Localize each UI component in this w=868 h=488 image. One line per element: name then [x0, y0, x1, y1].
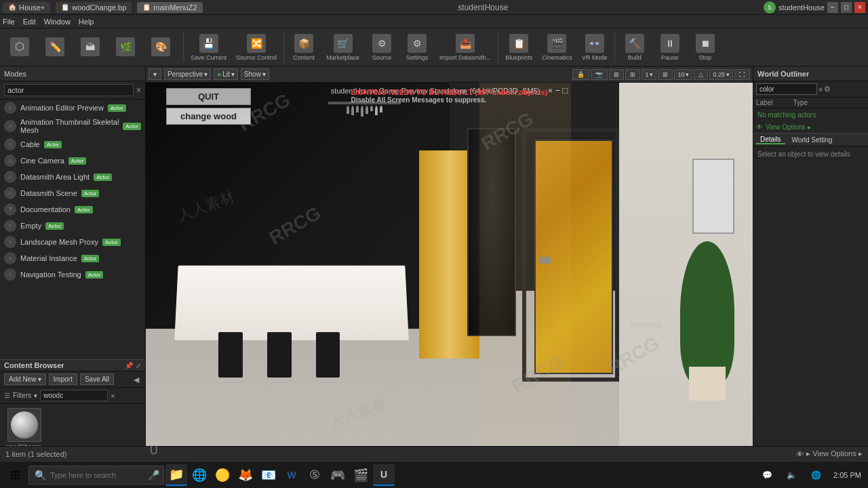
taskbar-word[interactable]: W	[281, 464, 302, 486]
col-label: Label	[756, 99, 772, 106]
taskbar-browser-ie[interactable]: 🌐	[189, 464, 210, 486]
lit-dropdown[interactable]: ● Lit ▾	[214, 68, 238, 80]
actor-item-6[interactable]: ? Documentation Actor	[0, 201, 145, 218]
vp-speed-dropdown[interactable]: 0.25 ▾	[709, 69, 733, 80]
actor-item-9[interactable]: ○ Material Instance Actor	[0, 250, 145, 266]
cb-search-clear[interactable]: ×	[111, 392, 115, 400]
taskbar-mail[interactable]: 📧	[258, 464, 279, 486]
mode-btn-3[interactable]: 🏔	[73, 36, 107, 59]
actor-item-10[interactable]: ○ Navigation Testing Actor	[0, 266, 145, 283]
actor-item-5[interactable]: ○ Datasmith Scene Actor	[0, 185, 145, 201]
blueprints-btn[interactable]: 📋 Blueprints	[501, 33, 536, 62]
preview-max-btn[interactable]: □	[562, 85, 568, 96]
mode-btn-1[interactable]: ⬡	[3, 36, 37, 59]
vp-fullscreen-btn[interactable]: ⛶	[734, 69, 750, 80]
actor-item-4[interactable]: ○ Datasmith Area Light Actor	[0, 169, 145, 185]
actor-item-0[interactable]: ○ Animation Editor Preview Actor	[0, 100, 145, 116]
view-options-status[interactable]: ▸ View Options ▸	[806, 449, 863, 458]
mic-icon[interactable]: 🎤	[148, 470, 159, 481]
cb-search-input[interactable]	[40, 390, 108, 401]
world-setting-tab[interactable]: World Setting	[788, 136, 837, 144]
preview-close-btn[interactable]: ×	[548, 85, 553, 96]
save-all-button[interactable]: Save All	[80, 373, 114, 385]
mode-btn-4[interactable]: 🌿	[108, 36, 142, 59]
cb-collapse[interactable]: ◄	[132, 374, 141, 385]
menu-edit[interactable]: Edit	[23, 18, 36, 26]
start-button[interactable]: ⊞	[3, 463, 27, 487]
content-btn[interactable]: 📦 Content	[287, 33, 321, 62]
taskbar-sketchup[interactable]: Ⓢ	[304, 464, 326, 486]
vp-num-dropdown[interactable]: 1 ▾	[642, 69, 656, 80]
actor-search-clear[interactable]: ×	[136, 85, 141, 95]
menu-file[interactable]: File	[3, 18, 15, 26]
cinematics-btn[interactable]: 🎬 Cinematics	[538, 33, 576, 62]
mode-btn-2[interactable]: ✏️	[38, 36, 72, 59]
taskbar-notification-icon[interactable]: 💬	[756, 464, 778, 486]
content-browser-pin[interactable]: 📌	[125, 362, 133, 369]
taskbar-network-icon[interactable]: 🌐	[805, 464, 827, 486]
outliner-view-options[interactable]: 👁 View Options ▸	[753, 121, 868, 133]
show-dropdown[interactable]: Show ▾	[241, 68, 269, 80]
maximize-button[interactable]: □	[841, 2, 852, 13]
mode-btn-5[interactable]: 🎨	[144, 36, 178, 59]
vp-angle-btn[interactable]: △	[694, 69, 708, 80]
vp-cam-btn[interactable]: 📷	[591, 69, 608, 80]
tab-mainmenu[interactable]: 📋 mainMenuZ2	[137, 2, 202, 13]
vp-grid-val-dropdown[interactable]: 10 ▾	[674, 69, 692, 80]
taskbar-game1[interactable]: 🎮	[327, 464, 349, 486]
content-browser-expand[interactable]: ⤢	[136, 362, 141, 369]
actor-item-2[interactable]: ○ Cable Actor	[0, 136, 145, 152]
vp-grid-size-btn[interactable]: ⊞	[658, 69, 673, 80]
source-control-btn[interactable]: 🔀 Source Control	[232, 33, 281, 62]
perspective-dropdown[interactable]: Perspective ▾	[164, 68, 211, 80]
minimize-button[interactable]: −	[827, 2, 838, 13]
actor-item-8[interactable]: ○ Landscape Mesh Proxy Actor	[0, 234, 145, 250]
outliner-search-input[interactable]	[756, 83, 817, 95]
taskbar-volume-icon[interactable]: 🔈	[781, 464, 802, 486]
marketplace-btn[interactable]: 🛒 Marketplace	[322, 33, 363, 62]
outliner-settings-btn[interactable]: ⚙	[824, 85, 831, 94]
taskbar-unreal[interactable]: U	[373, 464, 395, 486]
outliner-search-clear[interactable]: ×	[818, 85, 823, 94]
source-btn[interactable]: ⚙ Source	[365, 33, 399, 62]
taskbar-search-bar[interactable]: 🔍 🎤	[28, 466, 164, 485]
taskbar-browser-chrome[interactable]: 🟡	[212, 464, 233, 486]
taskbar-search-input[interactable]	[50, 471, 144, 479]
actor-item-1[interactable]: ○ Animation Thumbnail Skeletal Mesh Acto…	[0, 116, 145, 136]
ue-logo: U	[150, 445, 158, 456]
preview-min-btn[interactable]: −	[555, 85, 560, 96]
quit-button[interactable]: QUIT	[166, 88, 251, 105]
actor-item-3[interactable]: ○ Cine Camera Actor	[0, 152, 145, 169]
build-btn[interactable]: 🔨 Build	[618, 33, 652, 62]
viewport-options-btn[interactable]: ▾	[149, 68, 161, 80]
tab-house[interactable]: 🏠 House+	[3, 2, 50, 13]
vp-grid-btn[interactable]: ⊞	[625, 69, 640, 80]
vr-mode-btn[interactable]: 👓 VR Mode	[578, 33, 612, 62]
taskbar-video[interactable]: 🎬	[350, 464, 372, 486]
taskbar-browser-ff[interactable]: 🦊	[235, 464, 256, 486]
profile-icon: S	[764, 1, 776, 14]
source2-icon: ⚙	[372, 34, 391, 53]
import-datasmith-btn[interactable]: 📥 Import Datasmith...	[435, 33, 495, 62]
taskbar-file-explorer[interactable]: 📁	[165, 464, 187, 486]
actor-search-input[interactable]	[4, 84, 134, 96]
menu-window[interactable]: Window	[44, 18, 71, 26]
pause-btn[interactable]: ⏸ Pause	[653, 33, 687, 62]
tab-woodchange[interactable]: 📋 woodChange.bp	[56, 2, 132, 13]
show-label: Show	[244, 70, 261, 78]
settings-btn[interactable]: ⚙ Settings	[400, 33, 434, 62]
menu-help[interactable]: Help	[79, 18, 94, 26]
import-button[interactable]: Import	[49, 373, 77, 385]
close-button[interactable]: ×	[854, 2, 865, 13]
vp-screen-btn[interactable]: ⊞	[609, 69, 624, 80]
left-panel: Modes × ○ Animation Editor Preview Actor…	[0, 66, 146, 461]
actor-badge-5: Actor	[81, 190, 100, 197]
add-new-button[interactable]: Add New ▾	[4, 373, 46, 385]
save-current-btn[interactable]: 💾 Save Current	[186, 33, 231, 62]
vp-lock-btn[interactable]: 🔒	[572, 69, 589, 80]
change-wood-button[interactable]: change wood	[166, 108, 251, 125]
details-tab[interactable]: Details	[756, 136, 785, 144]
actor-item-7[interactable]: ○ Empty Actor	[0, 218, 145, 234]
stop-btn[interactable]: ⏹ Stop	[688, 33, 722, 62]
viewport[interactable]: RRCG RRCG RRCG RRCG RRCG 人人素材 人人素材 Previ…	[146, 83, 753, 461]
